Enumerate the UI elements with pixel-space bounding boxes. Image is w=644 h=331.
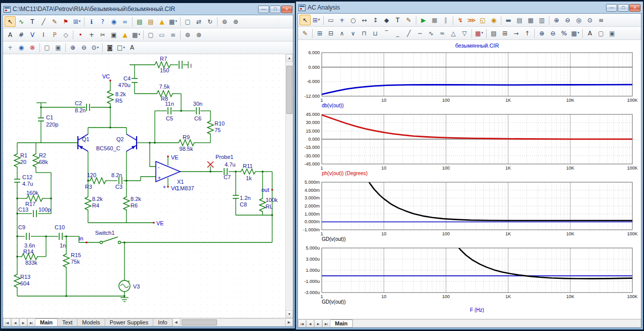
vertical-scroll-thumb[interactable] — [286, 66, 292, 114]
pause-button-icon[interactable]: ‖ — [440, 15, 451, 25]
sch-label-r13[interactable]: R13 — [20, 274, 30, 280]
sch-label-rl[interactable]: RL — [266, 203, 273, 210]
sch-label-r11[interactable]: R11 — [243, 163, 252, 169]
curve-gd-v-out-[interactable] — [455, 243, 633, 278]
sch-label-c1[interactable]: C1 — [46, 114, 53, 120]
select-box-icon[interactable]: □▾ — [115, 43, 126, 53]
color-menu-icon[interactable]: ▦▾ — [474, 28, 485, 38]
attribute-text-icon[interactable]: A — [5, 29, 16, 40]
analysis-plot-panel[interactable]: безымянный.CIR6.0000.000-6.000-12.000110… — [298, 40, 641, 319]
grid-toggle-icon[interactable]: ▦▾ — [167, 16, 179, 27]
horizontal-scrollbar[interactable] — [180, 318, 285, 326]
sch-label-x1m[interactable]: LM837 — [177, 185, 194, 191]
pan-tool-icon[interactable]: + — [5, 43, 16, 53]
sch-label-c10[interactable]: C10 — [55, 224, 65, 230]
inflection-marker-icon[interactable]: ∽ — [414, 28, 425, 38]
nav-prev-button[interactable]: ◀ — [11, 318, 19, 326]
high-marker-icon[interactable]: ⊓ — [359, 28, 370, 38]
node-voltages-icon[interactable]: V — [27, 29, 38, 40]
tab-models[interactable]: Models — [77, 318, 105, 326]
node-numbers-icon[interactable]: # — [16, 29, 27, 40]
schematic-canvas[interactable]: VC8.2kR5C28.2nC1220pR7150IC4470u7.5kR811… — [3, 54, 285, 318]
sch-label-c6v[interactable]: 30n — [193, 101, 202, 107]
tab-info[interactable]: Info — [153, 318, 172, 326]
close-button[interactable]: × — [281, 6, 292, 13]
sch-label-c5v[interactable]: 11n — [165, 101, 174, 107]
sch-label-c13v[interactable]: 100p — [38, 206, 51, 213]
link-info-icon[interactable]: ∞ — [119, 16, 131, 27]
sch-label-r14v[interactable]: 833k — [25, 260, 37, 266]
horizontal-scroll-thumb[interactable] — [182, 319, 217, 325]
top-marker-icon[interactable]: ‾ — [381, 28, 392, 38]
sch-label-ve_rail[interactable]: VE — [156, 220, 164, 226]
crosshair-icon[interactable]: + — [86, 29, 97, 40]
stepping-icon[interactable]: ⋙ — [466, 15, 477, 25]
wire-tool-icon[interactable]: ∿ — [16, 16, 27, 27]
sch-label-c8v[interactable]: 1.2n — [240, 195, 250, 201]
nav-first-button[interactable]: |◀ — [298, 319, 306, 327]
scroll-up-button[interactable]: ▲ — [286, 54, 293, 62]
pencil-tool-icon[interactable]: ✎ — [49, 16, 60, 27]
text-tool-icon[interactable]: T — [392, 15, 403, 25]
global-low-icon[interactable]: ▽ — [459, 28, 470, 38]
text-tool-icon[interactable]: T — [27, 16, 38, 27]
sch-label-r13v[interactable]: 604 — [20, 280, 29, 286]
sch-label-r9[interactable]: R9 — [183, 134, 190, 140]
analysis-plots[interactable]: безымянный.CIR6.0000.000-6.000-12.000110… — [298, 40, 640, 314]
nav-last-button[interactable]: ▶| — [322, 319, 330, 327]
scale-mode-icon[interactable]: ▭ — [325, 15, 336, 25]
nav-first-button[interactable]: |◀ — [3, 318, 11, 326]
layer-list-icon[interactable]: ▣ — [607, 28, 618, 38]
branch-currents-icon[interactable]: I — [38, 29, 49, 40]
sch-label-r9v[interactable]: 98.5k — [180, 146, 193, 152]
sch-label-c7[interactable]: C7 — [224, 174, 231, 180]
sch-label-r15v[interactable]: 75k — [71, 259, 80, 265]
find-next-icon[interactable]: ⊛ — [230, 16, 241, 27]
sch-label-v3[interactable]: V3 — [133, 283, 140, 289]
sch-label-ip[interactable]: I — [190, 63, 192, 69]
properties-icon[interactable]: ✎ — [403, 15, 414, 25]
sch-label-r17v[interactable]: 160k — [26, 190, 38, 196]
font-tool-icon[interactable]: A — [584, 28, 595, 38]
maximize-button[interactable]: □ — [270, 6, 281, 13]
flip-horizontal-icon[interactable]: ⇄ — [193, 16, 204, 27]
nav-next-button[interactable]: ▶ — [314, 319, 322, 327]
select-tool-icon[interactable]: ↖ — [5, 16, 16, 27]
cut-icon[interactable]: ✂ — [97, 29, 108, 40]
copy-icon[interactable]: ▣ — [108, 29, 119, 40]
rotate-left-icon[interactable]: ↻ — [204, 16, 216, 27]
sch-label-c4[interactable]: C4 — [123, 75, 131, 81]
cursor-table-icon[interactable]: ⊞ — [499, 28, 510, 38]
zoom-out-icon[interactable]: ⊖ — [547, 28, 559, 38]
curve-db-v-out-[interactable] — [322, 85, 632, 94]
go-to-y-icon[interactable]: ↑ — [522, 28, 533, 38]
sch-label-r4v[interactable]: 8.2k — [92, 196, 103, 202]
sch-label-r4[interactable]: R4 — [92, 202, 99, 209]
sch-label-r8v[interactable]: 7.5k — [159, 84, 170, 90]
scroll-left-button[interactable]: ◀ — [173, 318, 180, 326]
curve-gd-v-out-[interactable] — [365, 175, 632, 221]
sch-label-r10v[interactable]: 75 — [214, 127, 221, 133]
analysis-limits-icon[interactable]: ↯ — [455, 15, 466, 25]
sch-label-minus[interactable]: - — [158, 164, 159, 170]
copy-view-icon[interactable]: ▢ — [41, 43, 53, 53]
run-button-icon[interactable]: ▶ — [418, 15, 429, 25]
sch-label-c10v[interactable]: 1n — [60, 242, 66, 249]
remove-page-icon[interactable]: ▭ — [156, 29, 167, 40]
power-display-icon[interactable]: P — [49, 29, 60, 40]
vertical-tag-icon[interactable]: ↕ — [370, 15, 381, 25]
page-list-icon[interactable]: ▢ — [595, 28, 607, 38]
warning-markers-icon[interactable]: ▲ — [156, 16, 167, 27]
add-page-icon[interactable]: ▢ — [145, 29, 156, 40]
tab-main[interactable]: Main — [330, 319, 353, 327]
sch-label-r7[interactable]: R7 — [160, 56, 167, 62]
waveform-label[interactable]: ph(v(out)) (Degrees) — [322, 171, 368, 176]
performance-tag-icon[interactable]: ◆ — [381, 15, 392, 25]
tab-power-supplies[interactable]: Power Supplies — [105, 318, 153, 326]
panel-overlay-icon[interactable]: ▥ — [536, 15, 547, 25]
zoom-auto-icon[interactable]: ⊙ — [584, 15, 595, 25]
sch-label-c3[interactable]: C3 — [115, 184, 122, 190]
sch-label-r1v[interactable]: 20 — [20, 159, 26, 165]
analysis-window-titlebar[interactable]: AC Analysis — □ × — [297, 3, 641, 13]
font-tool-icon[interactable]: A — [126, 43, 138, 53]
